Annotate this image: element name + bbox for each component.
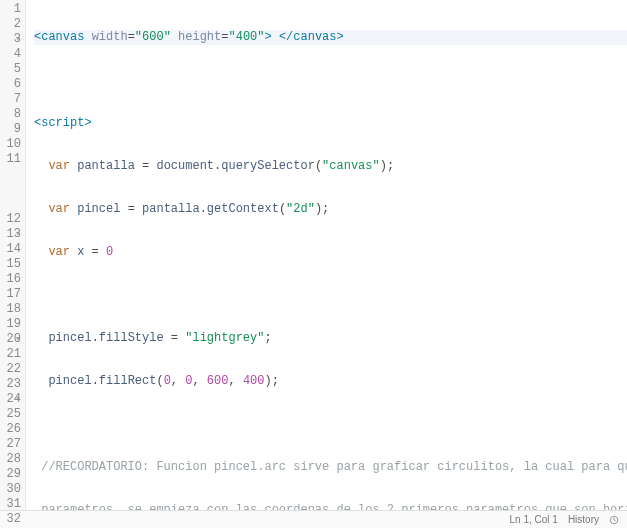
line-number: 5 [14,62,21,76]
line-number: 4 [14,47,21,61]
status-bar: Ln 1, Col 1 History [0,510,627,528]
line-number: 31 [7,497,21,511]
history-icon[interactable] [609,515,619,525]
code-line: <script> [34,116,627,131]
line-number: 15 [7,257,21,271]
line-number: 2 [14,17,21,31]
code-line [34,73,627,88]
code-line: //RECORDATORIO: Funcion pincel.arc sirve… [34,460,627,475]
line-number: 17 [7,287,21,301]
line-number: 16 [7,272,21,286]
cursor-position: Ln 1, Col 1 [510,514,558,525]
line-number: 8 [14,107,21,121]
line-number: 7 [14,92,21,106]
line-number: 14 [7,242,21,256]
code-line: pincel.fillRect(0, 0, 600, 400); [34,374,627,389]
code-line: var x = 0 [34,245,627,260]
line-number: 11 [7,152,21,166]
line-number: 21 [7,347,21,361]
code-line: parametros ,se empieza con las coordenas… [34,503,627,510]
code-editor[interactable]: 1 2 3▾ 4 5 6 7 8 9 10 11 12 13▾ 14 15 16… [0,0,627,510]
line-number: 22 [7,362,21,376]
code-line [34,417,627,432]
line-number: 27 [7,437,21,451]
line-number: 18 [7,302,21,316]
line-number: 23 [7,377,21,391]
line-number: 26 [7,422,21,436]
fold-icon[interactable]: ▾ [14,332,22,347]
code-line: var pantalla = document.querySelector("c… [34,159,627,174]
line-number: 30 [7,482,21,496]
line-number: 6 [14,77,21,91]
fold-icon[interactable]: ▾ [14,227,22,242]
line-number: 32 [7,512,21,526]
line-number: 25 [7,407,21,421]
code-area[interactable]: <canvas width="600" height="400"> </canv… [26,0,627,510]
line-number: 28 [7,452,21,466]
line-number: 1 [14,2,21,16]
line-number: 9 [14,122,21,136]
line-number: 19 [7,317,21,331]
fold-icon[interactable]: ▾ [14,392,22,407]
line-number: 29 [7,467,21,481]
line-number: 12 [7,212,21,226]
code-line: var pincel = pantalla.getContext("2d"); [34,202,627,217]
code-line: <canvas width="600" height="400"> </canv… [34,30,627,45]
fold-icon[interactable]: ▾ [14,32,22,47]
code-line [34,288,627,303]
line-number-gutter: 1 2 3▾ 4 5 6 7 8 9 10 11 12 13▾ 14 15 16… [0,0,26,510]
line-number: 10 [7,137,21,151]
history-label[interactable]: History [568,514,599,525]
code-line: pincel.fillStyle = "lightgrey"; [34,331,627,346]
